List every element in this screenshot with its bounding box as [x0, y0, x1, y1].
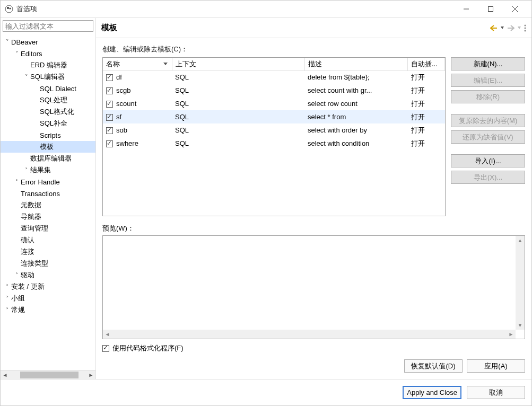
tree-item[interactable]: 元数据: [1, 199, 95, 211]
preview-area[interactable]: ▲▼ ◄►: [102, 235, 525, 339]
svg-rect-4: [489, 7, 493, 12]
twisty-icon[interactable]: ˅: [13, 50, 21, 57]
minimize-button[interactable]: [454, 1, 478, 17]
tree-label: 数据库编辑器: [30, 154, 72, 163]
export-button[interactable]: 导出(X)...: [451, 171, 525, 184]
apply-button[interactable]: 应用(A): [467, 359, 525, 373]
tree-item[interactable]: 数据库编辑器: [1, 153, 95, 164]
revert-button[interactable]: 复原除去的内容(M): [451, 114, 525, 127]
twisty-icon[interactable]: ˃: [13, 272, 21, 279]
tree-item[interactable]: ˃结果集: [1, 164, 95, 176]
twisty-icon[interactable]: ˃: [13, 179, 21, 186]
table-row[interactable]: sf SQL select * from 打开: [103, 110, 445, 123]
row-checkbox[interactable]: [106, 101, 113, 108]
restore-defaults-button[interactable]: 恢复默认值(D): [404, 359, 463, 373]
tree-item[interactable]: SQL Dialect: [1, 83, 95, 94]
cancel-button[interactable]: 取消: [467, 386, 525, 399]
back-menu-icon[interactable]: [501, 27, 504, 30]
tree-item[interactable]: 连接: [1, 246, 95, 258]
twisty-icon[interactable]: ˃: [23, 167, 30, 174]
preference-tree[interactable]: ˅DBeaver˅EditorsERD 编辑器˅SQL编辑器SQL Dialec…: [1, 34, 95, 370]
cell-name: sf: [116, 113, 121, 121]
tree-item[interactable]: SQL处理: [1, 94, 95, 106]
cell-context: SQL: [172, 70, 304, 84]
menu-icon[interactable]: [524, 24, 526, 32]
col-name[interactable]: 名称: [103, 58, 172, 70]
forward-menu-icon[interactable]: [518, 27, 521, 30]
edit-button[interactable]: 编辑(E)...: [451, 74, 525, 87]
row-checkbox[interactable]: [106, 87, 113, 94]
tree-item[interactable]: ˃驱动: [1, 269, 95, 281]
sidebar-scrollbar[interactable]: ◄►: [1, 370, 95, 379]
cell-desc: delete from ${table};: [304, 70, 408, 84]
preview-scroll-h[interactable]: ◄►: [103, 330, 516, 339]
cell-auto: 打开: [408, 97, 445, 110]
svg-point-9: [525, 30, 526, 31]
col-context[interactable]: 上下文: [172, 58, 304, 70]
table-row[interactable]: scount SQL select row count 打开: [103, 97, 445, 110]
tree-label: ERD 编辑器: [30, 60, 67, 70]
cell-context: SQL: [172, 137, 304, 150]
tree-item[interactable]: Transactions: [1, 188, 95, 199]
tree-item[interactable]: ˃小组: [1, 293, 95, 304]
cell-name: sob: [116, 126, 127, 134]
preview-label: 预览(W)：: [102, 224, 525, 233]
table-row[interactable]: df SQL delete from ${table}; 打开: [103, 70, 445, 84]
filter-input[interactable]: [3, 20, 93, 32]
close-button[interactable]: [503, 1, 527, 17]
tree-item[interactable]: ˅DBeaver: [1, 36, 95, 48]
twisty-icon[interactable]: ˃: [4, 284, 11, 290]
tree-label: SQL处理: [40, 95, 67, 105]
new-button[interactable]: 新建(N)...: [451, 57, 525, 70]
table-row[interactable]: sob SQL select with order by 打开: [103, 123, 445, 137]
tree-item[interactable]: SQL格式化: [1, 106, 95, 118]
twisty-icon[interactable]: ˅: [4, 39, 11, 46]
tree-item[interactable]: ERD 编辑器: [1, 59, 95, 71]
footer: Apply and Close 取消: [1, 379, 531, 405]
maximize-button[interactable]: [478, 1, 503, 17]
back-icon[interactable]: [490, 25, 498, 31]
tree-item[interactable]: 确认: [1, 234, 95, 246]
tree-label: 小组: [11, 294, 25, 303]
cell-desc: select with condition: [304, 137, 408, 150]
templates-table[interactable]: 名称 上下文 描述 自动插... df SQL delete from ${ta…: [102, 57, 446, 216]
tree-item[interactable]: ˅Editors: [1, 48, 95, 59]
table-row[interactable]: scgb SQL select count with gr... 打开: [103, 84, 445, 97]
cell-name: scgb: [116, 86, 130, 94]
twisty-icon[interactable]: ˃: [4, 307, 11, 314]
tree-item[interactable]: ˃安装 / 更新: [1, 281, 95, 293]
import-button[interactable]: 导入(I)...: [451, 154, 525, 167]
cell-auto: 打开: [408, 110, 445, 123]
twisty-icon[interactable]: ˅: [23, 74, 30, 81]
tree-item[interactable]: 导航器: [1, 211, 95, 223]
tree-item[interactable]: 查询管理: [1, 223, 95, 234]
remove-button[interactable]: 移除(R): [451, 90, 525, 103]
tree-item[interactable]: SQL补全: [1, 118, 95, 129]
tree-item[interactable]: ˅SQL编辑器: [1, 71, 95, 83]
tree-item[interactable]: ˃常规: [1, 304, 95, 316]
svg-point-1: [7, 7, 9, 9]
twisty-icon[interactable]: ˃: [4, 295, 11, 302]
cell-auto: 打开: [408, 137, 445, 150]
col-auto[interactable]: 自动插...: [408, 58, 445, 70]
restore-button[interactable]: 还原为缺省值(V): [451, 130, 525, 144]
tree-item[interactable]: 模板: [1, 141, 95, 153]
cell-name: scount: [116, 100, 136, 108]
table-row[interactable]: swhere SQL select with condition 打开: [103, 137, 445, 150]
tree-item[interactable]: Scripts: [1, 129, 95, 141]
page-header: 模板: [96, 18, 531, 38]
apply-close-button[interactable]: Apply and Close: [403, 386, 461, 399]
row-checkbox[interactable]: [106, 127, 113, 134]
use-formatter-checkbox[interactable]: [102, 345, 109, 352]
tree-item[interactable]: 连接类型: [1, 258, 95, 269]
row-checkbox[interactable]: [106, 114, 113, 121]
forward-icon[interactable]: [507, 25, 514, 31]
tree-item[interactable]: ˃Error Handle: [1, 176, 95, 188]
col-desc[interactable]: 描述: [304, 58, 408, 70]
preview-scroll-v[interactable]: ▲▼: [516, 236, 525, 330]
svg-point-8: [525, 27, 526, 29]
row-checkbox[interactable]: [106, 74, 113, 81]
row-checkbox[interactable]: [106, 140, 113, 147]
tree-label: 确认: [21, 235, 34, 245]
cell-context: SQL: [172, 97, 304, 110]
